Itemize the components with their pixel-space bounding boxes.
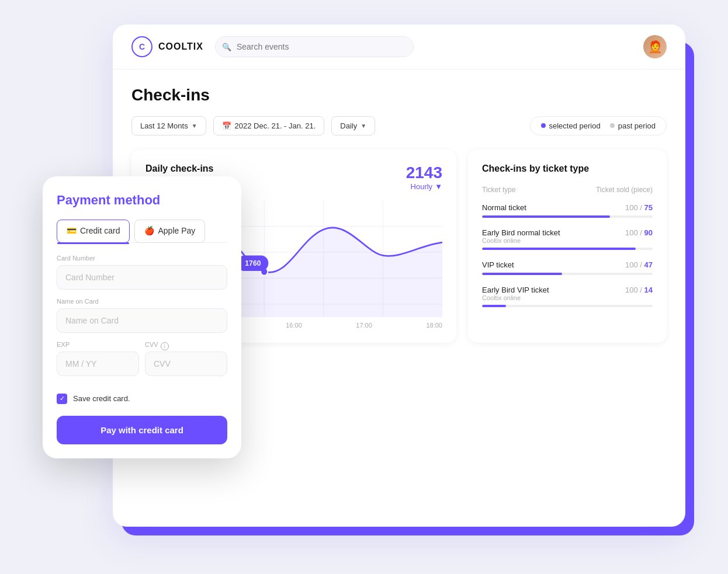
cvv-group: CVV i [145, 341, 227, 376]
credit-card-icon: 💳 [67, 226, 77, 235]
filters-row: Last 12 Monts ▼ 📅 2022 Dec. 21. - Jan. 2… [131, 116, 667, 135]
payment-title: Payment method [57, 193, 227, 208]
legend-selected: selected period [541, 121, 601, 130]
cvv-input[interactable] [145, 352, 227, 376]
save-card-checkbox[interactable]: ✓ [57, 394, 67, 404]
ticket-card-title: Check-ins by ticket type [482, 163, 653, 174]
legend-past: past period [610, 121, 656, 130]
chart-value: 2143 [406, 163, 442, 182]
ticket-col-headers: Ticket type Ticket sold (piece) [482, 186, 653, 194]
chart-title: Daily check-ins [145, 163, 214, 174]
card-number-input[interactable] [57, 265, 227, 290]
page-title: Check-ins [131, 86, 667, 105]
ticket-row: Early Bird VIP ticket Cooltix online 100… [482, 286, 653, 307]
logo-icon: C [131, 36, 152, 57]
scene: C COOLTIX 🔍 🧑‍🦰 Check-ins Last 12 Monts … [43, 25, 685, 550]
logo-text: COOLTIX [158, 41, 203, 52]
ticket-row: Normal ticket 100 / 75 [482, 203, 653, 218]
chevron-down-icon: ▼ [360, 123, 366, 129]
exp-group: EXP [57, 341, 139, 376]
tab-credit-card[interactable]: 💳 Credit card [57, 220, 130, 243]
payment-tabs: 💳 Credit card 🍎 Apple Pay [57, 220, 227, 243]
name-on-card-label: Name on Card [57, 298, 227, 305]
ticket-row: VIP ticket 100 / 47 [482, 260, 653, 275]
pay-button[interactable]: Pay with credit card [57, 416, 227, 444]
progress-bar [482, 215, 653, 218]
chart-value-wrap: 2143 Hourly ▼ [406, 163, 442, 191]
svg-text:1760: 1760 [245, 258, 261, 267]
search-input[interactable] [215, 36, 414, 57]
exp-input[interactable] [57, 352, 139, 376]
cvv-label: CVV [145, 341, 158, 348]
save-card-label: Save credit card. [73, 394, 130, 403]
card-number-label: Card Number [57, 255, 227, 262]
exp-cvv-row: EXP CVV i [57, 341, 227, 384]
legend: selected period past period [530, 116, 667, 135]
progress-bar [482, 248, 653, 250]
selected-period-dot [541, 123, 546, 128]
save-card-row: ✓ Save credit card. [57, 394, 227, 404]
period-filter[interactable]: Last 12 Monts ▼ [131, 116, 206, 135]
logo: C COOLTIX [131, 36, 203, 57]
chevron-down-icon: ▼ [435, 182, 442, 191]
card-number-group: Card Number [57, 255, 227, 290]
ticket-card: Check-ins by ticket type Ticket type Tic… [468, 149, 667, 343]
calendar-icon: 📅 [222, 121, 231, 130]
past-period-dot [610, 123, 615, 128]
info-icon: i [161, 342, 169, 350]
payment-modal: Payment method 💳 Credit card 🍎 Apple Pay… [43, 176, 241, 458]
exp-label: EXP [57, 341, 139, 348]
hourly-selector[interactable]: Hourly ▼ [406, 182, 442, 191]
progress-bar [482, 273, 653, 275]
avatar-image: 🧑‍🦰 [648, 40, 663, 54]
name-on-card-input[interactable] [57, 308, 227, 333]
apple-icon: 🍎 [144, 226, 154, 235]
date-filter: 📅 2022 Dec. 21. - Jan. 21. [213, 116, 325, 135]
search-bar[interactable]: 🔍 [215, 36, 414, 57]
ticket-row: Early Bird normal ticket Cooltix online … [482, 228, 653, 250]
tab-apple-pay[interactable]: 🍎 Apple Pay [134, 220, 205, 243]
search-icon: 🔍 [222, 42, 231, 51]
header: C COOLTIX 🔍 🧑‍🦰 [113, 25, 685, 69]
frequency-filter[interactable]: Daily ▼ [331, 116, 375, 135]
chevron-down-icon: ▼ [192, 123, 197, 129]
avatar[interactable]: 🧑‍🦰 [643, 35, 667, 58]
progress-bar [482, 305, 653, 307]
name-on-card-group: Name on Card [57, 298, 227, 333]
